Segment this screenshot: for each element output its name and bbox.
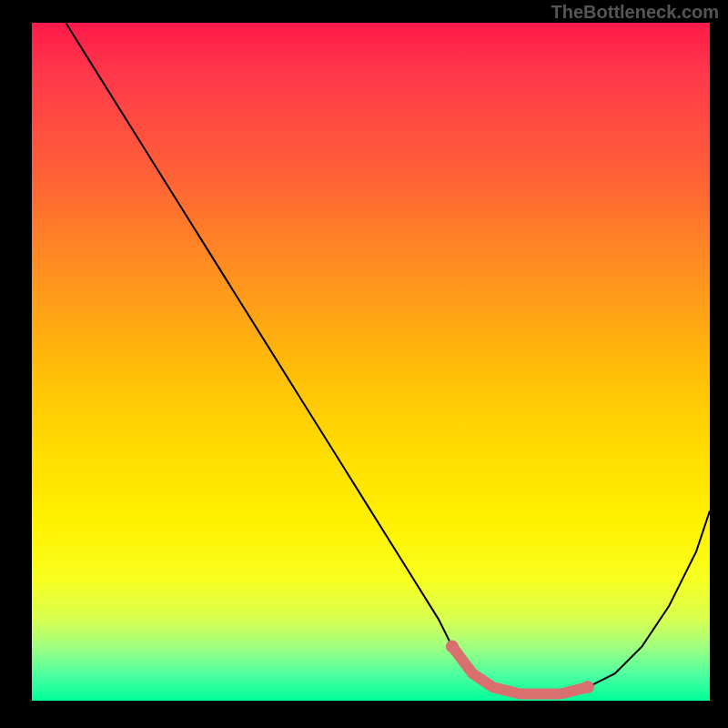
bottleneck-curve-line (66, 23, 710, 694)
plot-area (32, 23, 710, 701)
optimal-region-highlight (452, 646, 588, 693)
watermark-text: TheBottleneck.com (551, 2, 719, 23)
optimal-start-dot (446, 640, 459, 652)
optimal-end-dot (581, 681, 594, 693)
chart-svg (32, 23, 710, 701)
chart-container: TheBottleneck.com (0, 0, 728, 728)
